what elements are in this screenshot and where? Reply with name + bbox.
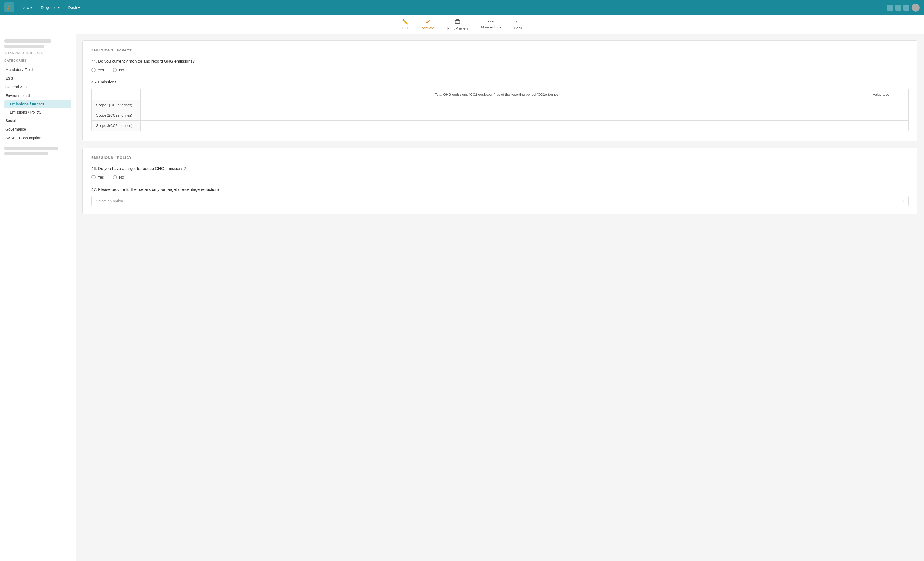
- sidebar-skeleton-2: [4, 45, 44, 48]
- radio-46-yes[interactable]: Yes: [91, 175, 104, 179]
- sidebar-item-governance[interactable]: Governance: [4, 125, 71, 134]
- question-44: 44. Do you currently monitor and record …: [91, 59, 909, 63]
- nav-right-controls: [887, 3, 920, 12]
- svg-rect-4: [456, 22, 459, 23]
- radio-group-44: Yes No: [91, 68, 909, 72]
- logo[interactable]: [4, 2, 16, 13]
- table-cell-scope1: Scope 1(CO2e tonnes): [92, 100, 141, 110]
- standard-template-label: STANDARD TEMPLATE: [4, 51, 71, 54]
- table-row: Scope 2(CO2e tonnes): [92, 110, 908, 120]
- nav-item-dash[interactable]: Dash ▾: [65, 4, 83, 11]
- toolbar-print-preview[interactable]: Print Preview: [447, 18, 468, 30]
- sidebar-item-sasb[interactable]: SASB - Consumption: [4, 134, 71, 142]
- nav-square-1[interactable]: [887, 5, 893, 11]
- radio-44-no[interactable]: No: [113, 68, 124, 72]
- nav-square-3[interactable]: [903, 5, 909, 11]
- radio-circle: [113, 175, 117, 179]
- sidebar-bottom-skeletons: [4, 147, 71, 155]
- top-navigation: New ▾ Diligence ▾ Dash ▾: [0, 0, 924, 15]
- nav-item-diligence[interactable]: Diligence ▾: [38, 4, 63, 11]
- question-47: 47. Please provide further details on yo…: [91, 187, 909, 192]
- chevron-down-icon: ▾: [58, 5, 60, 10]
- table-row: Scope 3(CO2e tonnes): [92, 120, 908, 131]
- sidebar-item-mandatory[interactable]: Mandatory Fields: [4, 65, 71, 74]
- chevron-down-icon: ▾: [30, 5, 32, 10]
- toolbar-activate[interactable]: ✔ Activate: [422, 19, 434, 30]
- toolbar: ✏️ Edit ✔ Activate Print Preview ••• Mor…: [0, 15, 924, 34]
- table-cell-scope1-type[interactable]: [854, 100, 908, 110]
- radio-circle: [113, 68, 117, 72]
- sidebar-item-environmental[interactable]: Environmental: [4, 91, 71, 100]
- categories-label: CATEGORIES: [4, 59, 71, 62]
- chevron-down-icon: ▾: [902, 199, 904, 203]
- svg-rect-0: [4, 2, 14, 12]
- back-icon: ↩: [516, 19, 520, 25]
- sidebar-item-esg[interactable]: ESG: [4, 74, 71, 83]
- chevron-down-icon: ▾: [78, 5, 80, 10]
- avatar[interactable]: [912, 3, 920, 12]
- radio-circle: [91, 175, 96, 179]
- svg-point-5: [459, 21, 459, 21]
- toolbar-edit[interactable]: ✏️ Edit: [402, 19, 409, 30]
- edit-icon: ✏️: [402, 19, 409, 25]
- sidebar-item-general[interactable]: General & est.: [4, 83, 71, 91]
- emissions-table: Total GHG emissions (CO2 equivalent) as …: [91, 89, 909, 131]
- toolbar-back[interactable]: ↩ Back: [514, 19, 522, 30]
- print-icon: [454, 18, 460, 25]
- table-row: Scope 1(CO2e tonnes): [92, 100, 908, 110]
- sidebar-item-emissions-impact[interactable]: Emissions / Impact: [4, 100, 71, 108]
- sidebar-skeleton-1: [4, 39, 51, 42]
- radio-circle: [91, 68, 96, 72]
- table-cell-scope3-value[interactable]: [141, 120, 854, 131]
- radio-46-no[interactable]: No: [113, 175, 124, 179]
- radio-group-46: Yes No: [91, 175, 909, 179]
- main-content: EMISSIONS / IMPACT 44. Do you currently …: [76, 34, 924, 561]
- nav-item-new[interactable]: New ▾: [18, 4, 36, 11]
- sidebar-item-social[interactable]: Social: [4, 116, 71, 125]
- section-emissions-policy: EMISSIONS / POLICY 46. Do you have a tar…: [82, 148, 918, 214]
- table-cell-scope1-value[interactable]: [141, 100, 854, 110]
- table-header-value-type: Value type: [854, 89, 908, 100]
- table-header-ghg: Total GHG emissions (CO2 equivalent) as …: [141, 89, 854, 100]
- sidebar-item-emissions-policy[interactable]: Emissions / Policty: [4, 108, 71, 116]
- radio-44-yes[interactable]: Yes: [91, 68, 104, 72]
- question-45: 45. Emissions: [91, 80, 909, 84]
- toolbar-more-actions[interactable]: ••• More Actions: [481, 20, 501, 29]
- table-cell-scope3-type[interactable]: [854, 120, 908, 131]
- more-icon: •••: [488, 20, 494, 24]
- main-layout: STANDARD TEMPLATE CATEGORIES Mandatory F…: [0, 34, 924, 561]
- table-cell-scope2-type[interactable]: [854, 110, 908, 120]
- section-emissions-impact: EMISSIONS / IMPACT 44. Do you currently …: [82, 41, 918, 141]
- section-heading-emissions-policy: EMISSIONS / POLICY: [91, 156, 909, 159]
- section-heading-emissions-impact: EMISSIONS / IMPACT: [91, 48, 909, 52]
- table-cell-scope2: Scope 2(CO2e tonnes): [92, 110, 141, 120]
- select-option-dropdown[interactable]: Select an option ▾: [91, 196, 909, 206]
- table-cell-scope3: Scope 3(CO2e tonnes): [92, 120, 141, 131]
- table-cell-scope2-value[interactable]: [141, 110, 854, 120]
- question-46: 46. Do you have a target to reduce GHG e…: [91, 166, 909, 171]
- table-header-scope: [92, 89, 141, 100]
- sidebar: STANDARD TEMPLATE CATEGORIES Mandatory F…: [0, 34, 76, 561]
- checkmark-icon: ✔: [426, 19, 430, 25]
- nav-square-2[interactable]: [895, 5, 901, 11]
